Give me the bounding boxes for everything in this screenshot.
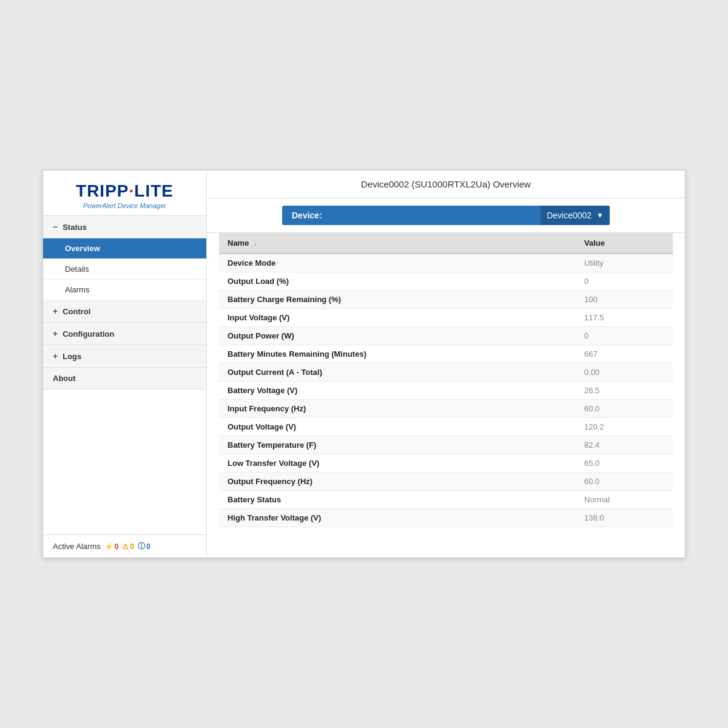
device-selector-label: Device:: [282, 206, 541, 225]
device-selector-value[interactable]: Device0002 ▼: [541, 206, 610, 225]
control-section-header[interactable]: + Control: [43, 300, 206, 323]
table-cell-value: 120.2: [576, 418, 673, 436]
table-row: Output Voltage (V)120.2: [219, 418, 673, 436]
table-row: Output Current (A - Total)0.00: [219, 363, 673, 382]
device-name: Device0002: [547, 211, 592, 220]
data-table-container: Name ↓ Value Device ModeUtilityOutput Lo…: [207, 233, 685, 558]
table-cell-value: 667: [576, 345, 673, 363]
table-cell-name: Input Voltage (V): [219, 309, 576, 327]
active-alarms-label: Active Alarms: [53, 542, 101, 551]
table-row: Battery Charge Remaining (%)100: [219, 291, 673, 309]
configuration-section-label: Configuration: [62, 329, 114, 339]
info-count: 0: [146, 542, 150, 551]
sidebar: TRIPP·LITE PowerAlert Device Manager − S…: [43, 170, 207, 558]
table-row: Input Voltage (V)117.5: [219, 309, 673, 327]
logo-area: TRIPP·LITE PowerAlert Device Manager: [43, 170, 206, 216]
about-item[interactable]: About: [43, 368, 206, 389]
info-icon: ⓘ: [138, 541, 145, 551]
table-cell-name: Battery Temperature (F): [219, 436, 576, 454]
overview-table: Name ↓ Value Device ModeUtilityOutput Lo…: [219, 233, 673, 527]
table-cell-name: Battery Minutes Remaining (Minutes): [219, 345, 576, 363]
table-cell-value: 60.0: [576, 473, 673, 491]
table-cell-name: Low Transfer Voltage (V): [219, 454, 576, 473]
table-row: Battery Temperature (F)82.4: [219, 436, 673, 454]
name-column-header[interactable]: Name ↓: [219, 233, 576, 254]
table-cell-value: Utility: [576, 254, 673, 272]
table-row: Device ModeUtility: [219, 254, 673, 272]
page-title: Device0002 (SU1000RTXL2Ua) Overview: [207, 170, 685, 198]
table-cell-value: 117.5: [576, 309, 673, 327]
table-cell-name: Output Frequency (Hz): [219, 473, 576, 491]
app-container: TRIPP·LITE PowerAlert Device Manager − S…: [42, 170, 686, 558]
control-expand-icon: +: [53, 306, 58, 316]
table-row: Battery Voltage (V)26.5: [219, 382, 673, 400]
table-row: Output Frequency (Hz)60.0: [219, 473, 673, 491]
dropdown-arrow-icon: ▼: [596, 211, 604, 220]
table-cell-name: Device Mode: [219, 254, 576, 272]
table-cell-name: Output Current (A - Total): [219, 363, 576, 382]
status-collapse-icon: −: [53, 222, 58, 232]
device-selector[interactable]: Device: Device0002 ▼: [282, 206, 610, 225]
table-row: High Transfer Voltage (V)138.0: [219, 509, 673, 527]
app-subtitle: PowerAlert Device Manager: [55, 202, 194, 209]
table-cell-value: 0.00: [576, 363, 673, 382]
table-cell-name: Input Frequency (Hz): [219, 400, 576, 418]
configuration-section-header[interactable]: + Configuration: [43, 323, 206, 345]
warning-icon: ⚠: [122, 542, 129, 551]
table-cell-value: 138.0: [576, 509, 673, 527]
table-cell-name: Battery Voltage (V): [219, 382, 576, 400]
table-cell-name: High Transfer Voltage (V): [219, 509, 576, 527]
warning-count: 0: [130, 542, 134, 551]
logs-expand-icon: +: [53, 351, 58, 361]
control-section-label: Control: [62, 307, 90, 316]
active-alarms-bar: Active Alarms ⚡ 0 ⚠ 0 ⓘ 0: [43, 534, 206, 558]
table-cell-value: 0: [576, 272, 673, 291]
tripp-lite-logo: TRIPP·LITE: [55, 181, 194, 201]
device-selector-bar: Device: Device0002 ▼: [207, 198, 685, 233]
about-label: About: [53, 374, 76, 383]
status-section-label: Status: [62, 223, 87, 232]
table-row: Low Transfer Voltage (V)65.0: [219, 454, 673, 473]
logs-section-label: Logs: [62, 352, 81, 361]
table-cell-value: 82.4: [576, 436, 673, 454]
table-cell-value: 26.5: [576, 382, 673, 400]
table-row: Battery StatusNormal: [219, 491, 673, 509]
table-cell-value: 0: [576, 327, 673, 345]
table-cell-name: Battery Charge Remaining (%): [219, 291, 576, 309]
sidebar-item-details[interactable]: Details: [43, 259, 206, 280]
table-cell-name: Output Voltage (V): [219, 418, 576, 436]
table-cell-name: Output Power (W): [219, 327, 576, 345]
configuration-expand-icon: +: [53, 329, 58, 339]
table-cell-value: Normal: [576, 491, 673, 509]
table-row: Output Power (W)0: [219, 327, 673, 345]
table-cell-value: 65.0: [576, 454, 673, 473]
critical-alarm-badge: ⚡ 0: [104, 542, 119, 551]
sidebar-item-alarms[interactable]: Alarms: [43, 280, 206, 300]
table-row: Output Load (%)0: [219, 272, 673, 291]
name-sort-icon: ↓: [254, 240, 257, 247]
table-row: Input Frequency (Hz)60.0: [219, 400, 673, 418]
warning-alarm-badge: ⚠ 0: [122, 542, 134, 551]
table-body: Device ModeUtilityOutput Load (%)0Batter…: [219, 254, 673, 527]
status-section-header[interactable]: − Status: [43, 216, 206, 238]
logs-section-header[interactable]: + Logs: [43, 345, 206, 368]
table-cell-value: 100: [576, 291, 673, 309]
table-cell-value: 60.0: [576, 400, 673, 418]
table-header-row: Name ↓ Value: [219, 233, 673, 254]
value-column-header: Value: [576, 233, 673, 254]
lightning-icon: ⚡: [104, 542, 113, 551]
table-row: Battery Minutes Remaining (Minutes)667: [219, 345, 673, 363]
table-cell-name: Battery Status: [219, 491, 576, 509]
main-content: Device0002 (SU1000RTXL2Ua) Overview Devi…: [207, 170, 685, 558]
sidebar-nav: − Status Overview Details Alarms + Contr…: [43, 216, 206, 534]
info-alarm-badge: ⓘ 0: [138, 541, 150, 551]
sidebar-item-overview[interactable]: Overview: [43, 238, 206, 259]
table-cell-name: Output Load (%): [219, 272, 576, 291]
critical-count: 0: [115, 542, 119, 551]
